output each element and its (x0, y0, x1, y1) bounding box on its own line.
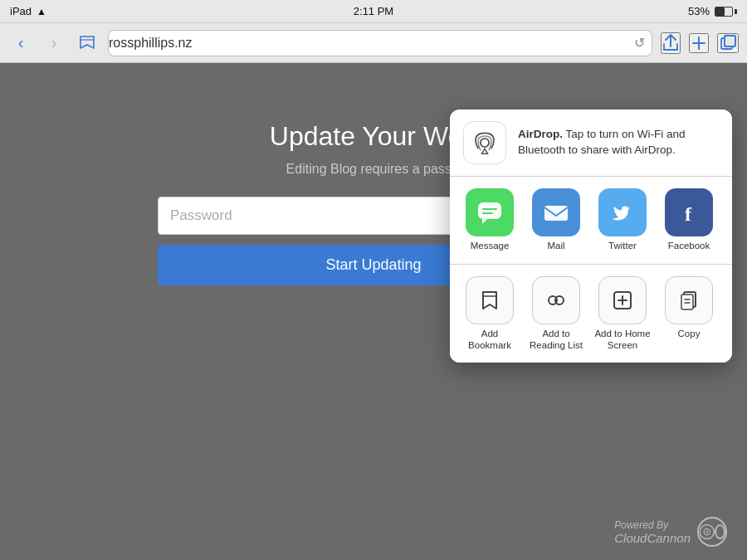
share-button[interactable] (661, 32, 681, 54)
svg-line-10 (481, 149, 485, 153)
message-icon (466, 188, 514, 236)
home-screen-icon (598, 276, 647, 324)
bookmarks-button[interactable] (75, 31, 100, 56)
url-text: rossphillips.nz (109, 36, 192, 51)
add-bookmark-action[interactable]: Add Bookmark (460, 276, 520, 352)
battery-pct: 53% (688, 5, 710, 17)
nav-bar: ‹ › rossphillips.nz ↺ (0, 23, 747, 63)
reading-list-icon (532, 276, 580, 324)
nav-actions (661, 32, 739, 54)
wifi-icon: ▲ (37, 6, 46, 17)
share-message[interactable]: Message (460, 188, 520, 252)
svg-rect-26 (681, 295, 693, 309)
svg-point-8 (706, 531, 708, 533)
mail-icon (532, 188, 580, 236)
battery-indicator (715, 7, 737, 17)
status-left: iPad ▲ (10, 5, 46, 17)
status-right: 53% (688, 5, 737, 17)
svg-rect-4 (725, 36, 735, 46)
airdrop-description: AirDrop. Tap to turn on Wi-Fi and Blueto… (518, 127, 719, 158)
facebook-icon: f (665, 188, 713, 236)
facebook-label: Facebook (668, 241, 710, 252)
reading-list-action[interactable]: Add to Reading List (526, 276, 586, 352)
status-bar: iPad ▲ 2:11 PM 53% (0, 0, 747, 23)
svg-point-9 (481, 139, 489, 147)
device-label: iPad (10, 5, 32, 17)
powered-by-text: Powered By CloudCannon (614, 519, 691, 545)
svg-text:f: f (685, 203, 692, 225)
copy-label: Copy (678, 329, 701, 340)
address-bar[interactable]: rossphillips.nz ↺ (108, 30, 652, 56)
powered-by: Powered By CloudCannon (614, 517, 727, 547)
share-mail[interactable]: Mail (526, 188, 586, 252)
copy-action[interactable]: Copy (659, 276, 719, 340)
reload-button[interactable]: ↺ (634, 35, 645, 51)
add-bookmark-label: Add Bookmark (460, 329, 520, 352)
forward-button[interactable]: › (42, 31, 66, 56)
tabs-button[interactable] (717, 33, 739, 53)
message-label: Message (471, 241, 510, 252)
mail-label: Mail (547, 241, 564, 252)
airdrop-icon (463, 121, 506, 164)
reading-list-label: Add to Reading List (526, 329, 586, 352)
share-facebook[interactable]: f Facebook (659, 188, 719, 252)
copy-icon (665, 276, 713, 324)
add-bookmark-icon (466, 276, 514, 324)
svg-line-11 (485, 149, 488, 153)
back-button[interactable]: ‹ (8, 31, 33, 56)
twitter-icon (598, 188, 647, 236)
svg-marker-14 (482, 219, 487, 224)
cloudcannon-logo-icon (697, 517, 727, 547)
status-time: 2:11 PM (354, 5, 393, 17)
app-icons-row: Message Mail Twitter (450, 177, 732, 265)
airdrop-section[interactable]: AirDrop. Tap to turn on Wi-Fi and Blueto… (450, 110, 732, 177)
svg-rect-13 (478, 202, 501, 219)
main-content: Update Your Web Editing Blog requires a … (0, 63, 747, 560)
add-tab-button[interactable] (689, 33, 709, 53)
home-screen-action[interactable]: Add to Home Screen (593, 276, 652, 352)
home-screen-label: Add to Home Screen (593, 329, 652, 352)
svg-rect-17 (544, 206, 568, 221)
twitter-label: Twitter (608, 241, 637, 252)
action-row: Add Bookmark Add to Reading List (450, 265, 732, 363)
share-popup: AirDrop. Tap to turn on Wi-Fi and Blueto… (450, 110, 732, 363)
share-twitter[interactable]: Twitter (593, 188, 652, 252)
